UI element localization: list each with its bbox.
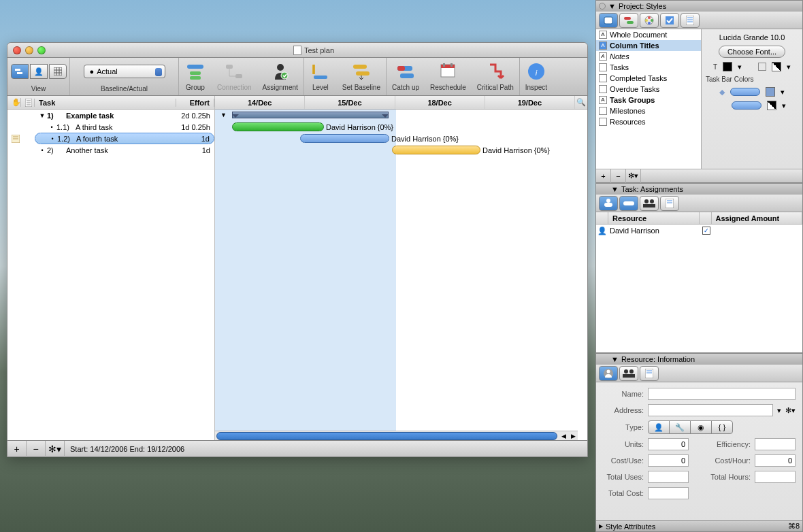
assignments-panel-title[interactable]: ▼ Task: Assignments: [596, 184, 802, 195]
view-gantt-button[interactable]: [11, 64, 29, 79]
task-row[interactable]: 2) Another task 1d: [7, 144, 214, 156]
action-menu-button[interactable]: ✻▾: [46, 441, 65, 457]
resource-tab-info[interactable]: [599, 366, 618, 381]
gantt-task-bar[interactable]: David Harrison {0%}: [232, 122, 324, 131]
bar-color-sample[interactable]: [730, 88, 760, 96]
task-row[interactable]: 1.2) A fourth task 1d: [7, 133, 214, 144]
style-attributes-header[interactable]: ▶ Style Attributes ⌘8: [596, 520, 802, 531]
style-item[interactable]: AColumn Titles: [596, 40, 701, 51]
close-panel-icon[interactable]: [599, 3, 606, 10]
horizontal-scrollbar[interactable]: ◀ ▶: [215, 431, 578, 440]
date-header[interactable]: 14/Dec: [215, 96, 305, 109]
styles-tab-check[interactable]: [660, 13, 679, 28]
assign-tab-single[interactable]: [599, 196, 618, 211]
style-item[interactable]: Completed Tasks: [596, 73, 701, 84]
style-action-button[interactable]: ✻▾: [626, 169, 641, 183]
inspect-button[interactable]: i Inspect: [520, 58, 553, 95]
view-calendar-button[interactable]: [49, 64, 67, 79]
styles-tab-info[interactable]: [599, 13, 618, 28]
styles-tab-bars[interactable]: [619, 13, 638, 28]
drag-column-icon[interactable]: ✋: [7, 98, 21, 107]
style-item[interactable]: Resources: [596, 116, 701, 127]
effort-column-header[interactable]: Effort: [176, 99, 214, 107]
minimize-window-button[interactable]: [25, 46, 33, 54]
dropdown-icon[interactable]: ▾: [777, 406, 781, 415]
add-task-button[interactable]: +: [7, 441, 27, 457]
gantt-task-bar[interactable]: David Harrison {0%}: [392, 146, 480, 154]
date-header[interactable]: 15/Dec: [305, 96, 395, 109]
assign-tab-task[interactable]: [619, 196, 638, 211]
styles-panel-title[interactable]: ▼ Project: Styles: [596, 1, 802, 12]
gantt-pane[interactable]: 14/Dec 15/Dec 18/Dec 19/Dec 🔍 ▼ David Ha…: [215, 96, 587, 440]
remove-task-button[interactable]: −: [27, 441, 46, 457]
cost-per-use-input[interactable]: [648, 454, 689, 467]
close-window-button[interactable]: [13, 46, 21, 54]
assignments-list[interactable]: 👤 David Harrison ✓: [596, 225, 802, 352]
efficiency-input[interactable]: [755, 438, 796, 450]
resource-panel-title[interactable]: ▼ Resource: Information: [596, 354, 802, 365]
date-header[interactable]: 18/Dec: [395, 96, 485, 109]
assign-tab-group[interactable]: [640, 196, 659, 211]
assignment-row[interactable]: 👤 David Harrison ✓: [596, 225, 802, 237]
bg-color-swatch[interactable]: [772, 62, 781, 71]
choose-font-button[interactable]: Choose Font...: [719, 46, 785, 58]
resource-tab-notes[interactable]: [640, 366, 659, 381]
styles-tab-colors[interactable]: [640, 13, 659, 28]
assignment-button[interactable]: Assignment: [257, 58, 304, 95]
amount-column-header[interactable]: Assigned Amount: [712, 212, 803, 224]
disclosure-triangle-icon[interactable]: ▼: [220, 112, 227, 118]
type-material-button[interactable]: ◉: [690, 420, 712, 434]
task-row[interactable]: ▼ 1) Example task 2d 0.25h: [7, 110, 214, 121]
styles-list[interactable]: AWhole Document AColumn Titles ANotes Ta…: [596, 29, 702, 169]
style-item[interactable]: ANotes: [596, 51, 701, 62]
date-header[interactable]: 19/Dec: [485, 96, 575, 109]
type-person-button[interactable]: 👤: [648, 420, 670, 434]
resource-name-input[interactable]: [648, 388, 796, 400]
disclosure-triangle-icon[interactable]: ▼: [37, 112, 47, 119]
resource-column-header[interactable]: Resource: [608, 212, 700, 224]
style-item[interactable]: ATask Groups: [596, 95, 701, 105]
baseline-dropdown[interactable]: ●Actual: [84, 65, 165, 78]
style-item[interactable]: AWhole Document: [596, 29, 701, 40]
critical-path-button[interactable]: Critical Path: [472, 58, 519, 95]
task-column-header[interactable]: Task: [35, 99, 176, 107]
set-baseline-button[interactable]: Set Baseline: [337, 58, 386, 95]
style-item[interactable]: Milestones: [596, 105, 701, 116]
bar-color-sample[interactable]: [732, 101, 761, 110]
bar-color-swatch[interactable]: [766, 87, 775, 97]
reschedule-button[interactable]: Reschedule: [425, 58, 472, 95]
catch-up-button[interactable]: Catch up: [387, 58, 425, 95]
connection-button[interactable]: Connection: [212, 58, 257, 95]
style-item[interactable]: Overdue Tasks: [596, 84, 701, 95]
scroll-right-icon[interactable]: ▶: [568, 431, 578, 441]
view-resources-button[interactable]: 👤: [30, 64, 48, 79]
notes-column-icon[interactable]: [21, 99, 35, 107]
note-icon[interactable]: [7, 135, 21, 143]
add-style-button[interactable]: +: [596, 169, 611, 183]
type-group-button[interactable]: { }: [711, 420, 733, 434]
remove-style-button[interactable]: −: [611, 169, 626, 183]
gantt-summary-bar[interactable]: [232, 112, 389, 118]
zoom-icon[interactable]: 🔍: [575, 96, 587, 109]
zoom-window-button[interactable]: [37, 46, 46, 54]
type-tool-button[interactable]: 🔧: [669, 420, 691, 434]
scroll-left-icon[interactable]: ◀: [559, 431, 568, 441]
total-hours-input[interactable]: [755, 471, 796, 483]
style-item[interactable]: Tasks: [596, 62, 701, 73]
group-button[interactable]: Group: [179, 58, 212, 95]
titlebar[interactable]: Test plan: [7, 43, 587, 58]
resource-tab-group[interactable]: [619, 366, 638, 381]
total-uses-input[interactable]: [648, 471, 689, 483]
text-color-swatch[interactable]: [723, 62, 732, 71]
total-cost-input[interactable]: [648, 487, 689, 499]
cost-per-hour-input[interactable]: [755, 454, 796, 467]
assigned-checkbox[interactable]: ✓: [702, 227, 710, 235]
action-icon[interactable]: ✻▾: [785, 406, 796, 415]
level-button[interactable]: Level: [304, 58, 337, 95]
styles-tab-notes[interactable]: [681, 13, 700, 28]
task-row[interactable]: 1.1) A third task 1d 0.25h: [7, 121, 214, 133]
gantt-task-bar[interactable]: David Harrison {0%}: [300, 134, 389, 143]
assign-tab-notes[interactable]: [660, 196, 679, 211]
bar-color-swatch[interactable]: [767, 101, 776, 110]
resource-address-input[interactable]: [648, 404, 773, 416]
